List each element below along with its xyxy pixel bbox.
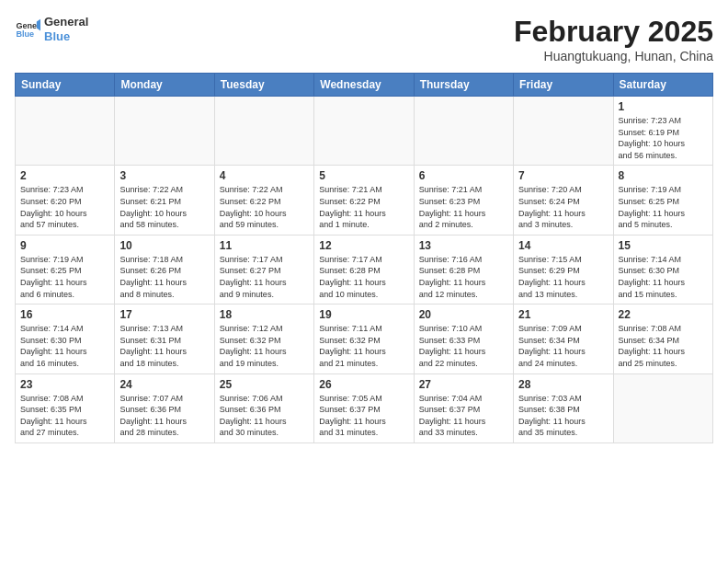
calendar: Sunday Monday Tuesday Wednesday Thursday… <box>15 73 713 443</box>
logo-line1: General <box>44 15 88 29</box>
day-number: 8 <box>619 169 708 182</box>
day-number: 27 <box>419 378 508 391</box>
day-number: 26 <box>319 378 408 391</box>
calendar-cell: 2Sunrise: 7:23 AM Sunset: 6:20 PM Daylig… <box>16 166 115 235</box>
calendar-cell: 16Sunrise: 7:14 AM Sunset: 6:30 PM Dayli… <box>16 304 115 373</box>
day-info: Sunrise: 7:11 AM Sunset: 6:32 PM Dayligh… <box>319 323 408 369</box>
day-number: 28 <box>518 378 608 391</box>
calendar-week-5: 23Sunrise: 7:08 AM Sunset: 6:35 PM Dayli… <box>16 373 713 442</box>
calendar-cell: 19Sunrise: 7:11 AM Sunset: 6:32 PM Dayli… <box>314 304 414 373</box>
day-info: Sunrise: 7:07 AM Sunset: 6:36 PM Dayligh… <box>119 393 209 439</box>
day-info: Sunrise: 7:19 AM Sunset: 6:25 PM Dayligh… <box>619 184 708 230</box>
calendar-cell: 6Sunrise: 7:21 AM Sunset: 6:23 PM Daylig… <box>414 166 513 235</box>
day-info: Sunrise: 7:15 AM Sunset: 6:29 PM Dayligh… <box>518 254 608 300</box>
title-area: February 2025 Huangtukuang, Hunan, China <box>514 15 713 63</box>
month-year: February 2025 <box>514 15 713 49</box>
day-info: Sunrise: 7:23 AM Sunset: 6:19 PM Dayligh… <box>619 115 708 161</box>
calendar-cell: 7Sunrise: 7:20 AM Sunset: 6:24 PM Daylig… <box>514 166 613 235</box>
day-number: 3 <box>119 169 209 182</box>
day-number: 2 <box>20 169 109 182</box>
calendar-cell: 27Sunrise: 7:04 AM Sunset: 6:37 PM Dayli… <box>414 373 513 442</box>
calendar-cell: 20Sunrise: 7:10 AM Sunset: 6:33 PM Dayli… <box>414 304 513 373</box>
day-number: 5 <box>319 169 408 182</box>
day-number: 15 <box>619 239 708 252</box>
day-info: Sunrise: 7:06 AM Sunset: 6:36 PM Dayligh… <box>220 393 309 439</box>
day-info: Sunrise: 7:03 AM Sunset: 6:38 PM Dayligh… <box>518 393 608 439</box>
day-number: 4 <box>220 169 309 182</box>
col-friday: Friday <box>514 74 613 97</box>
col-monday: Monday <box>115 74 214 97</box>
day-info: Sunrise: 7:09 AM Sunset: 6:34 PM Dayligh… <box>518 323 608 369</box>
day-info: Sunrise: 7:08 AM Sunset: 6:35 PM Dayligh… <box>20 393 109 439</box>
calendar-cell <box>314 97 414 166</box>
logo-icon: General Blue <box>15 17 40 42</box>
calendar-cell: 4Sunrise: 7:22 AM Sunset: 6:22 PM Daylig… <box>214 166 313 235</box>
col-wednesday: Wednesday <box>314 74 414 97</box>
day-info: Sunrise: 7:22 AM Sunset: 6:22 PM Dayligh… <box>220 184 309 230</box>
day-number: 1 <box>619 100 708 113</box>
calendar-cell: 25Sunrise: 7:06 AM Sunset: 6:36 PM Dayli… <box>214 373 313 442</box>
calendar-cell: 8Sunrise: 7:19 AM Sunset: 6:25 PM Daylig… <box>613 166 712 235</box>
day-number: 11 <box>220 239 309 252</box>
day-number: 16 <box>20 308 109 321</box>
day-info: Sunrise: 7:20 AM Sunset: 6:24 PM Dayligh… <box>518 184 608 230</box>
calendar-cell: 24Sunrise: 7:07 AM Sunset: 6:36 PM Dayli… <box>115 373 214 442</box>
day-info: Sunrise: 7:13 AM Sunset: 6:31 PM Dayligh… <box>119 323 209 369</box>
calendar-cell: 21Sunrise: 7:09 AM Sunset: 6:34 PM Dayli… <box>514 304 613 373</box>
calendar-cell: 1Sunrise: 7:23 AM Sunset: 6:19 PM Daylig… <box>613 97 712 166</box>
calendar-cell <box>115 97 214 166</box>
day-info: Sunrise: 7:18 AM Sunset: 6:26 PM Dayligh… <box>119 254 209 300</box>
day-number: 10 <box>119 239 209 252</box>
day-number: 7 <box>518 169 608 182</box>
calendar-cell: 26Sunrise: 7:05 AM Sunset: 6:37 PM Dayli… <box>314 373 414 442</box>
day-number: 17 <box>119 308 209 321</box>
day-number: 23 <box>20 378 109 391</box>
day-info: Sunrise: 7:21 AM Sunset: 6:22 PM Dayligh… <box>319 184 408 230</box>
calendar-cell: 3Sunrise: 7:22 AM Sunset: 6:21 PM Daylig… <box>115 166 214 235</box>
col-tuesday: Tuesday <box>214 74 313 97</box>
calendar-cell: 28Sunrise: 7:03 AM Sunset: 6:38 PM Dayli… <box>514 373 613 442</box>
day-info: Sunrise: 7:14 AM Sunset: 6:30 PM Dayligh… <box>619 254 708 300</box>
calendar-week-2: 2Sunrise: 7:23 AM Sunset: 6:20 PM Daylig… <box>16 166 713 235</box>
day-info: Sunrise: 7:19 AM Sunset: 6:25 PM Dayligh… <box>20 254 109 300</box>
day-number: 25 <box>220 378 309 391</box>
logo-line2: Blue <box>44 29 88 44</box>
col-thursday: Thursday <box>414 74 513 97</box>
header-row: Sunday Monday Tuesday Wednesday Thursday… <box>16 74 713 97</box>
day-info: Sunrise: 7:17 AM Sunset: 6:28 PM Dayligh… <box>319 254 408 300</box>
day-number: 14 <box>518 239 608 252</box>
calendar-cell: 9Sunrise: 7:19 AM Sunset: 6:25 PM Daylig… <box>16 235 115 304</box>
calendar-cell <box>214 97 313 166</box>
day-info: Sunrise: 7:22 AM Sunset: 6:21 PM Dayligh… <box>119 184 209 230</box>
calendar-cell: 17Sunrise: 7:13 AM Sunset: 6:31 PM Dayli… <box>115 304 214 373</box>
day-number: 22 <box>619 308 708 321</box>
day-info: Sunrise: 7:23 AM Sunset: 6:20 PM Dayligh… <box>20 184 109 230</box>
svg-text:Blue: Blue <box>16 29 34 38</box>
day-number: 20 <box>419 308 508 321</box>
day-info: Sunrise: 7:10 AM Sunset: 6:33 PM Dayligh… <box>419 323 508 369</box>
day-info: Sunrise: 7:14 AM Sunset: 6:30 PM Dayligh… <box>20 323 109 369</box>
calendar-cell: 14Sunrise: 7:15 AM Sunset: 6:29 PM Dayli… <box>514 235 613 304</box>
day-info: Sunrise: 7:08 AM Sunset: 6:34 PM Dayligh… <box>619 323 708 369</box>
calendar-week-4: 16Sunrise: 7:14 AM Sunset: 6:30 PM Dayli… <box>16 304 713 373</box>
calendar-cell <box>514 97 613 166</box>
calendar-cell: 23Sunrise: 7:08 AM Sunset: 6:35 PM Dayli… <box>16 373 115 442</box>
calendar-cell <box>414 97 513 166</box>
day-number: 13 <box>419 239 508 252</box>
day-info: Sunrise: 7:21 AM Sunset: 6:23 PM Dayligh… <box>419 184 508 230</box>
calendar-cell: 15Sunrise: 7:14 AM Sunset: 6:30 PM Dayli… <box>613 235 712 304</box>
calendar-week-3: 9Sunrise: 7:19 AM Sunset: 6:25 PM Daylig… <box>16 235 713 304</box>
calendar-cell: 11Sunrise: 7:17 AM Sunset: 6:27 PM Dayli… <box>214 235 313 304</box>
calendar-cell: 18Sunrise: 7:12 AM Sunset: 6:32 PM Dayli… <box>214 304 313 373</box>
day-number: 18 <box>220 308 309 321</box>
day-info: Sunrise: 7:04 AM Sunset: 6:37 PM Dayligh… <box>419 393 508 439</box>
day-info: Sunrise: 7:16 AM Sunset: 6:28 PM Dayligh… <box>419 254 508 300</box>
day-info: Sunrise: 7:17 AM Sunset: 6:27 PM Dayligh… <box>220 254 309 300</box>
day-number: 6 <box>419 169 508 182</box>
calendar-week-1: 1Sunrise: 7:23 AM Sunset: 6:19 PM Daylig… <box>16 97 713 166</box>
calendar-cell: 13Sunrise: 7:16 AM Sunset: 6:28 PM Dayli… <box>414 235 513 304</box>
location: Huangtukuang, Hunan, China <box>514 49 713 63</box>
day-info: Sunrise: 7:12 AM Sunset: 6:32 PM Dayligh… <box>220 323 309 369</box>
calendar-cell: 12Sunrise: 7:17 AM Sunset: 6:28 PM Dayli… <box>314 235 414 304</box>
header: General Blue General Blue February 2025 … <box>15 15 713 63</box>
